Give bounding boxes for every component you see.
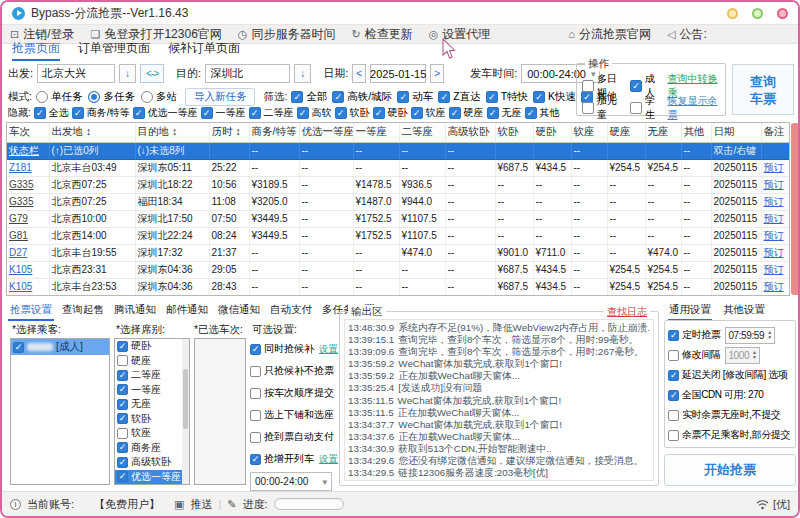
import-task-button[interactable]: 导入新任务 <box>185 88 256 106</box>
spinner-field[interactable]: 07:59:59▲▼ <box>725 327 774 344</box>
log-list[interactable]: 13:48:30.9系统内存不足(91%)，降低WebView2内存占用，防止崩… <box>344 319 654 481</box>
spinner-arrows-icon[interactable]: ▲▼ <box>767 330 772 340</box>
book-link[interactable]: 预订 <box>764 247 784 258</box>
option-settings-link[interactable]: 设置 <box>319 453 338 466</box>
hide-column-checkbox[interactable]: 商务/特等 <box>72 106 130 120</box>
train-number-link[interactable]: D27 <box>9 247 27 258</box>
option-checkbox[interactable]: 同时抢候补 <box>250 342 314 356</box>
train-number-link[interactable]: G79 <box>9 213 28 224</box>
column-header[interactable]: 二等座 <box>399 123 445 142</box>
column-header[interactable]: 目的地 ↕ <box>135 123 209 142</box>
settings-tab[interactable]: 微信通知 <box>216 302 262 321</box>
column-header[interactable]: 车次 <box>7 123 49 142</box>
seat-item[interactable]: 一等座 <box>115 383 189 398</box>
settings-tab[interactable]: 腾讯通知 <box>112 302 158 321</box>
query-tickets-button[interactable]: 查询车票 <box>732 64 794 115</box>
hide-column-checkbox[interactable]: 硬卧 <box>373 106 408 120</box>
depart-input[interactable]: 北京大兴 <box>37 64 115 83</box>
table-row[interactable]: G79北京西10:00深圳北17:5007:50¥3449.5--¥1752.5… <box>7 210 790 227</box>
seat-item[interactable]: 硬卧 <box>115 339 189 354</box>
option-checkbox[interactable]: 只抢候补不抢票 <box>250 364 334 378</box>
hide-column-checkbox[interactable]: 无座 <box>487 106 522 120</box>
passenger-item[interactable]: [成人] <box>11 339 109 355</box>
train-type-filter[interactable]: 动车 <box>397 90 433 104</box>
toolbar-official-site[interactable]: ⌂分流抢票官网 <box>568 26 651 43</box>
toolbar-check-update[interactable]: ↻检查更新 <box>351 26 412 43</box>
table-row[interactable]: G335北京西07:25深圳北18:2210:56¥3189.5--¥1478.… <box>7 176 790 193</box>
seat-list-scrollbar[interactable] <box>182 339 189 485</box>
book-link[interactable]: 预订 <box>764 162 784 173</box>
column-header[interactable]: 优选一等座 <box>299 123 353 142</box>
title-bar[interactable]: Bypass-分流抢票--Ver1.16.43 <box>2 2 798 24</box>
general-option-checkbox[interactable]: 修改间隔 <box>668 348 720 362</box>
date-next-button[interactable]: > <box>430 64 444 83</box>
seat-item[interactable]: 无座 <box>115 397 189 412</box>
column-header[interactable]: 商务/特等 <box>249 123 299 142</box>
hide-column-checkbox[interactable]: 全选 <box>34 106 69 120</box>
swap-stations-button[interactable]: <-> <box>140 64 164 83</box>
train-type-filter[interactable]: 高铁/城际 <box>332 90 392 104</box>
table-row[interactable]: K105北京丰台23:53深圳东04:3628:43----------¥687… <box>7 278 790 295</box>
hide-column-checkbox[interactable]: 优选一等座 <box>133 106 198 120</box>
option-checkbox[interactable]: 选上下铺和选座 <box>250 408 334 422</box>
push-label[interactable]: 推送 <box>190 497 212 512</box>
spinner-arrows-icon[interactable]: ▲▼ <box>752 350 757 360</box>
hide-column-checkbox[interactable]: 其他 <box>525 106 560 120</box>
seat-item[interactable]: 商务座 <box>115 441 189 456</box>
seat-item[interactable]: 硬座 <box>115 354 189 369</box>
table-scrollbar[interactable] <box>791 123 799 295</box>
settings-tab[interactable]: 邮件通知 <box>164 302 210 321</box>
settings-tab[interactable]: 自动支付 <box>268 302 314 321</box>
spinner-field[interactable]: 1000▲▼ <box>725 347 759 364</box>
general-option-checkbox[interactable]: 延迟关闭 [修改间隔] 选项 <box>668 368 788 382</box>
ops-checkbox[interactable]: 加儿童 <box>582 94 625 122</box>
option-checkbox[interactable]: 抢到票自动支付 <box>250 430 334 444</box>
column-header[interactable]: 日期 <box>711 123 761 142</box>
column-header[interactable]: 软座 <box>571 123 607 142</box>
column-header[interactable]: 软卧 <box>495 123 533 142</box>
book-link[interactable]: 预订 <box>764 264 784 275</box>
status-row[interactable]: 状态栏(↑)已选0列(↓)未选8列--------------双击/右键 <box>7 142 790 159</box>
hide-column-checkbox[interactable]: 软卧 <box>335 106 370 120</box>
train-number-link[interactable]: K105 <box>9 264 32 275</box>
general-option-checkbox[interactable]: 定时抢票 <box>668 328 720 342</box>
train-type-filter[interactable]: T特快 <box>486 90 528 104</box>
train-number-link[interactable]: G81 <box>9 230 28 241</box>
train-number-link[interactable]: G335 <box>9 179 33 190</box>
search-log-link[interactable]: 查找日志 <box>604 305 650 319</box>
hide-column-checkbox[interactable]: 一等座 <box>201 106 246 120</box>
train-number-link[interactable]: K105 <box>9 281 32 292</box>
hide-column-checkbox[interactable]: 硬座 <box>449 106 484 120</box>
option-settings-link[interactable]: 设置 <box>319 343 338 356</box>
general-option-checkbox[interactable]: 全国CDN 可用: 270 <box>668 388 764 402</box>
train-number-link[interactable]: G335 <box>9 196 33 207</box>
option-checkbox[interactable]: 抢增开列车 <box>250 452 314 466</box>
column-header[interactable]: 硬卧 <box>533 123 571 142</box>
column-header[interactable]: 一等座 <box>353 123 399 142</box>
general-settings-tab[interactable]: 其他设置 <box>722 302 766 321</box>
seat-item[interactable]: 软卧 <box>115 412 189 427</box>
mode-radio[interactable]: 多站 <box>141 90 177 104</box>
book-link[interactable]: 预订 <box>764 230 784 241</box>
seat-item[interactable]: 软座 <box>115 426 189 441</box>
train-type-filter[interactable]: K快速 <box>533 90 576 104</box>
book-link[interactable]: 预订 <box>764 179 784 190</box>
column-header[interactable]: 硬座 <box>607 123 645 142</box>
train-type-filter[interactable]: 全部 <box>291 90 327 104</box>
page-tab[interactable]: 订单管理页面 <box>78 40 150 61</box>
general-settings-tab[interactable]: 通用设置 <box>668 302 712 321</box>
table-row[interactable]: G335北京西07:25福田18:3411:08¥3205.0--¥1487.0… <box>7 193 790 210</box>
hide-column-checkbox[interactable]: 二等座 <box>249 106 294 120</box>
dest-dropdown-button[interactable]: ↓ <box>294 64 311 83</box>
table-row[interactable]: K105北京西23:31深圳东04:3629:05----------¥687.… <box>7 261 790 278</box>
train-type-filter[interactable]: Z直达 <box>438 90 480 104</box>
status-bar-link[interactable]: 状态栏 <box>9 145 39 156</box>
column-header[interactable]: 备注 <box>761 123 790 142</box>
settings-tab[interactable]: 抢票设置 <box>8 302 54 321</box>
toolbar-set-proxy[interactable]: ◎设置代理 <box>429 26 491 43</box>
toolbar-announcement[interactable]: ◁公告: <box>667 26 707 43</box>
dest-input[interactable]: 深圳北 <box>205 64 290 83</box>
restore-tickets-link[interactable]: 恢复显示余票 <box>667 94 725 122</box>
maximize-button[interactable] <box>752 8 763 19</box>
selected-trains-listbox[interactable] <box>194 338 246 485</box>
